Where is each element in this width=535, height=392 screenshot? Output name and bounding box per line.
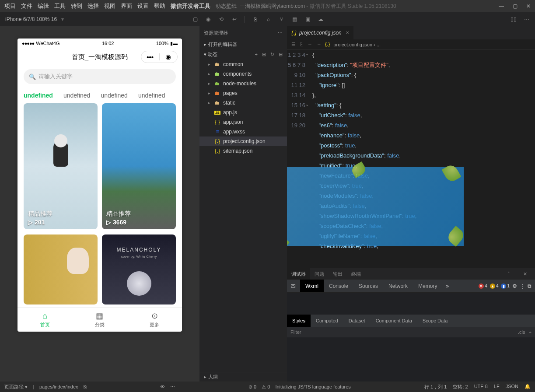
dock-icon[interactable]: ⧉ (528, 283, 532, 289)
nav-more[interactable]: ⊙更多 (127, 308, 182, 332)
more-icon[interactable]: ⋮ (520, 283, 525, 289)
cloud-icon[interactable]: ☁ (318, 16, 324, 22)
square-icon[interactable]: ▢ (192, 16, 198, 22)
page-path-label[interactable]: 页面路径 ▾ (4, 384, 28, 390)
tab-item[interactable]: undefined (101, 92, 128, 99)
code-editor[interactable]: 1 2 3 4 5 6 7 8 9 10 11 12 13 14 15 16 1… (287, 50, 535, 251)
chevron-down-icon[interactable]: ▾ (61, 16, 64, 22)
arrow-right-icon[interactable]: → (317, 42, 322, 47)
search-input[interactable]: 🔍 请输入关键字 (24, 69, 176, 84)
tab-memory[interactable]: Memory (413, 280, 442, 292)
breadcrumb-text[interactable]: project.config.json › ... (333, 42, 381, 47)
record-icon[interactable]: ◉ (205, 16, 211, 22)
wallpaper-card[interactable] (24, 234, 98, 304)
more-icon[interactable]: ⋯ (278, 30, 283, 36)
tab-close-icon[interactable]: × (346, 30, 349, 36)
folder-item[interactable]: ▸🖿components (199, 69, 287, 79)
folder-item[interactable]: ▸🖿static (199, 98, 287, 108)
tab-console[interactable]: Console (324, 280, 353, 292)
menu-item[interactable]: 选择 (87, 2, 99, 10)
search-icon[interactable]: ⌕ (265, 16, 271, 22)
file-item[interactable]: { }app.json (199, 117, 287, 127)
tab-item[interactable]: undefined (24, 92, 53, 99)
ext2-icon[interactable]: ▣ (304, 16, 311, 22)
menu-item[interactable]: 转到 (71, 2, 82, 10)
inspect-icon[interactable]: ⮹ (290, 283, 300, 289)
close-icon[interactable]: ✕ (526, 3, 531, 9)
arrow-left-icon[interactable]: ← (308, 42, 312, 47)
fold-icon[interactable]: ⌄ (305, 51, 309, 56)
panel-icon[interactable]: ▯▯ (511, 16, 517, 22)
wallpaper-card[interactable]: 精品推荐▷201 (24, 103, 98, 229)
error-count[interactable]: ⊘ 0 (248, 384, 256, 390)
file-item[interactable]: ≡app.wxss (199, 127, 287, 136)
nav-home[interactable]: ⌂首页 (17, 308, 72, 332)
add-icon[interactable]: + (529, 329, 532, 335)
tab-styles[interactable]: Styles (287, 315, 311, 327)
list-icon[interactable]: ☰ (291, 42, 296, 47)
file-item[interactable]: {․}project.config.json (199, 136, 287, 146)
menu-item[interactable]: 视图 (104, 2, 115, 10)
copy-icon[interactable]: ⎘ (84, 384, 87, 389)
tab-computed[interactable]: Computed (311, 315, 343, 327)
wallpaper-card[interactable]: 精品推荐▷3669 (102, 103, 176, 229)
back-icon[interactable]: ⟲ (218, 16, 224, 22)
device-label[interactable]: iPhone 6/7/8 100% 16 (5, 16, 57, 22)
more-icon[interactable]: ⋯ (524, 16, 530, 22)
explorer-icon[interactable]: ⎘ (252, 16, 258, 22)
folder-item[interactable]: ▸🖿node-modules (199, 79, 287, 88)
bell-icon[interactable]: 🔔 (525, 384, 531, 390)
menu-item[interactable]: 编辑 (38, 2, 49, 10)
menu-item[interactable]: 帮助 (154, 2, 165, 10)
bookmark-icon[interactable]: ⎘ (300, 42, 303, 47)
new-file-icon[interactable]: + (255, 52, 258, 57)
cls-toggle[interactable]: .cls (518, 329, 525, 335)
tab-network[interactable]: Network (383, 280, 413, 292)
more-icon[interactable]: ⋯ (170, 384, 175, 390)
forward-icon[interactable]: ↩ (231, 16, 238, 22)
menu-item[interactable]: 界面 (121, 2, 132, 10)
tab-terminal[interactable]: 终端 (347, 268, 365, 280)
menu-item[interactable]: 工具 (54, 2, 66, 10)
file-item[interactable]: {․}sitemap.json (199, 146, 287, 156)
filter-input[interactable]: Filter (290, 329, 301, 335)
tab-compdata[interactable]: Component Data (371, 315, 417, 327)
tab-sources[interactable]: Sources (353, 280, 383, 292)
menu-item[interactable]: 设置 (137, 2, 149, 10)
new-folder-icon[interactable]: ⊞ (262, 52, 266, 57)
lang[interactable]: JSON (506, 384, 518, 390)
cursor-pos[interactable]: 行 1，列 1 (424, 384, 447, 390)
page-path[interactable]: pages/index/index (39, 384, 78, 389)
tab-wxml[interactable]: Wxml (300, 280, 324, 292)
tab-output[interactable]: 输出 (329, 268, 347, 280)
tab-problems[interactable]: 问题 (310, 268, 329, 280)
opened-editors[interactable]: ▸打开的编辑器 (199, 39, 287, 49)
tab-scopedata[interactable]: Scope Data (417, 315, 453, 327)
file-item[interactable]: JSapp.js (199, 108, 287, 117)
gear-icon[interactable]: ⚙ (512, 283, 517, 289)
tab-debugger[interactable]: 调试器 (287, 268, 310, 280)
capsule-menu-icon[interactable]: ••• (141, 53, 159, 61)
eye-icon[interactable]: 👁 (160, 384, 165, 389)
indent[interactable]: 空格: 2 (453, 384, 468, 390)
outline-section[interactable]: ▸大纲 (199, 372, 287, 382)
folder-item[interactable]: ▸🖿common (199, 60, 287, 69)
collapse-icon[interactable]: ⊟ (279, 52, 283, 57)
close-icon[interactable]: ✕ (519, 268, 532, 280)
menu-item[interactable]: 微信开发者工具 (171, 2, 210, 10)
warn-count[interactable]: ⚠ 0 (262, 384, 270, 390)
git-icon[interactable]: ⑂ (278, 16, 284, 22)
eol[interactable]: LF (494, 384, 500, 390)
tab-item[interactable]: undefined (138, 92, 165, 99)
tab-item[interactable]: undefined (63, 92, 91, 99)
chevron-up-icon[interactable]: ˄ (503, 268, 514, 280)
encoding[interactable]: UTF-8 (474, 384, 488, 390)
nav-category[interactable]: ▦分类 (72, 308, 127, 332)
fold-icon[interactable]: ⌄ (305, 102, 309, 107)
menu-item[interactable]: 文件 (21, 2, 32, 10)
ext-icon[interactable]: ▦ (291, 16, 297, 22)
maximize-icon[interactable]: ▢ (513, 3, 518, 9)
project-root[interactable]: ▾ 动态 + ⊞ ↻ ⊟ (199, 49, 287, 60)
capsule-close-icon[interactable]: ◉ (160, 53, 178, 61)
minimize-icon[interactable]: — (499, 3, 504, 9)
